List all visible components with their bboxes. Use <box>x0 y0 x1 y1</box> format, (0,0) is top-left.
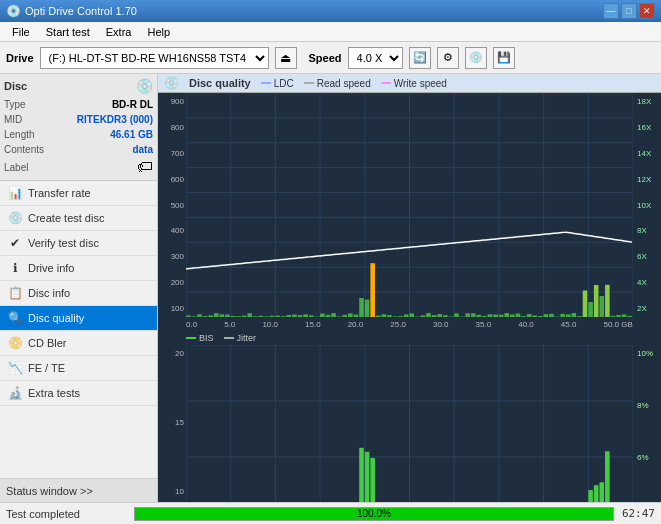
disc-info-icon: 📋 <box>8 286 22 300</box>
settings-button[interactable]: ⚙ <box>437 47 459 69</box>
disc-type-row: Type BD-R DL <box>4 98 153 112</box>
sidebar-item-extra-tests[interactable]: 🔬 Extra tests <box>0 381 157 406</box>
sidebar-item-verify-test-disc[interactable]: ✔ Verify test disc <box>0 231 157 256</box>
legend-jitter: Jitter <box>224 333 257 343</box>
titlebar-controls[interactable]: — □ ✕ <box>603 3 655 19</box>
toolbar: Drive (F:) HL-DT-ST BD-RE WH16NS58 TST4 … <box>0 42 661 74</box>
legend-read-speed: Read speed <box>304 78 371 89</box>
menu-file[interactable]: File <box>4 24 38 40</box>
nav-label-fe-te: FE / TE <box>28 362 65 374</box>
disc-length: 46.61 GB <box>110 128 153 142</box>
bottom-chart-y-left: 20 15 10 5 <box>158 345 186 502</box>
chart-header: 💿 Disc quality LDC Read speed Write spee… <box>158 74 661 93</box>
legend-ldc: LDC <box>261 78 294 89</box>
top-chart-canvas <box>186 93 633 317</box>
progress-bar: 100.0% <box>134 507 614 521</box>
transfer-rate-icon: 📊 <box>8 186 22 200</box>
legend-write-speed: Write speed <box>381 78 447 89</box>
sidebar-item-disc-info[interactable]: 📋 Disc info <box>0 281 157 306</box>
titlebar-left: 💿 Opti Drive Control 1.70 <box>6 4 137 18</box>
eject-button[interactable]: ⏏ <box>275 47 297 69</box>
statusbar: Test completed 100.0% 62:47 <box>0 502 661 524</box>
disc-header: Disc 💿 <box>4 78 153 94</box>
disc-panel: Disc 💿 Type BD-R DL MID RITEKDR3 (000) L… <box>0 74 157 181</box>
bottom-chart-y-right: 10% 8% 6% 4% 2% <box>633 345 661 502</box>
extra-tests-icon: 🔬 <box>8 386 22 400</box>
menu-start-test[interactable]: Start test <box>38 24 98 40</box>
close-button[interactable]: ✕ <box>639 3 655 19</box>
fe-te-icon: 📉 <box>8 361 22 375</box>
nav-label-disc-quality: Disc quality <box>28 312 84 324</box>
sidebar-item-disc-quality[interactable]: 🔍 Disc quality <box>0 306 157 331</box>
sidebar-item-fe-te[interactable]: 📉 FE / TE <box>0 356 157 381</box>
disc-contents-row: Contents data <box>4 143 153 157</box>
sidebar-item-cd-bler[interactable]: 📀 CD Bler <box>0 331 157 356</box>
save-button[interactable]: 💾 <box>493 47 515 69</box>
status-window[interactable]: Status window >> <box>0 478 157 502</box>
refresh-button[interactable]: 🔄 <box>409 47 431 69</box>
disc-mid: RITEKDR3 (000) <box>77 113 153 127</box>
cd-bler-icon: 📀 <box>8 336 22 350</box>
status-window-label: Status window >> <box>6 485 93 497</box>
speed-select[interactable]: 4.0 X <box>348 47 403 69</box>
label-icon[interactable]: 🏷 <box>137 158 153 176</box>
disc-quality-icon: 🔍 <box>8 311 22 325</box>
maximize-button[interactable]: □ <box>621 3 637 19</box>
disc-title: Disc <box>4 80 27 92</box>
sidebar-item-create-test-disc[interactable]: 💿 Create test disc <box>0 206 157 231</box>
status-text: Test completed <box>6 508 126 520</box>
app-icon: 💿 <box>6 4 21 18</box>
speed-label: Speed <box>309 52 342 64</box>
disc-contents: data <box>132 143 153 157</box>
titlebar: 💿 Opti Drive Control 1.70 — □ ✕ <box>0 0 661 22</box>
menubar: File Start test Extra Help <box>0 22 661 42</box>
sidebar-item-drive-info[interactable]: ℹ Drive info <box>0 256 157 281</box>
top-chart-y-left: 900 800 700 600 500 400 300 200 100 <box>158 93 186 317</box>
drive-info-icon: ℹ <box>8 261 22 275</box>
nav-label-drive-info: Drive info <box>28 262 74 274</box>
nav-label-verify-test-disc: Verify test disc <box>28 237 99 249</box>
menu-help[interactable]: Help <box>139 24 178 40</box>
disc-type: BD-R DL <box>112 98 153 112</box>
nav-items: 📊 Transfer rate 💿 Create test disc ✔ Ver… <box>0 181 157 478</box>
nav-label-create-test-disc: Create test disc <box>28 212 104 224</box>
nav-label-cd-bler: CD Bler <box>28 337 67 349</box>
menu-extra[interactable]: Extra <box>98 24 140 40</box>
time-display: 62:47 <box>622 507 655 520</box>
drive-label: Drive <box>6 52 34 64</box>
disc-panel-icon: 💿 <box>136 78 153 94</box>
nav-label-extra-tests: Extra tests <box>28 387 80 399</box>
charts-container: 900 800 700 600 500 400 300 200 100 18X … <box>158 93 661 502</box>
sidebar: Disc 💿 Type BD-R DL MID RITEKDR3 (000) L… <box>0 74 158 502</box>
drive-select[interactable]: (F:) HL-DT-ST BD-RE WH16NS58 TST4 <box>40 47 269 69</box>
sidebar-item-transfer-rate[interactable]: 📊 Transfer rate <box>0 181 157 206</box>
top-chart-area: 900 800 700 600 500 400 300 200 100 18X … <box>158 93 661 317</box>
progress-label: 100.0% <box>357 508 391 519</box>
bottom-chart-area: 20 15 10 5 10% 8% 6% 4% 2% <box>158 345 661 502</box>
nav-label-transfer-rate: Transfer rate <box>28 187 91 199</box>
verify-test-icon: ✔ <box>8 236 22 250</box>
chart-title: Disc quality <box>189 77 251 89</box>
disc-mid-row: MID RITEKDR3 (000) <box>4 113 153 127</box>
minimize-button[interactable]: — <box>603 3 619 19</box>
legend-bis: BIS <box>186 333 214 343</box>
nav-label-disc-info: Disc info <box>28 287 70 299</box>
disc-label-row: Label 🏷 <box>4 158 153 176</box>
content-area: 💿 Disc quality LDC Read speed Write spee… <box>158 74 661 502</box>
top-chart-x-labels: 0.0 5.0 10.0 15.0 20.0 25.0 30.0 35.0 40… <box>158 317 661 331</box>
top-chart-y-right: 18X 16X 14X 12X 10X 8X 6X 4X 2X <box>633 93 661 317</box>
disc-length-row: Length 46.61 GB <box>4 128 153 142</box>
create-test-icon: 💿 <box>8 211 22 225</box>
app-title: Opti Drive Control 1.70 <box>25 5 137 17</box>
main-layout: Disc 💿 Type BD-R DL MID RITEKDR3 (000) L… <box>0 74 661 502</box>
disc-icon-button[interactable]: 💿 <box>465 47 487 69</box>
bottom-chart-header: BIS Jitter <box>158 331 661 345</box>
progress-fill: 100.0% <box>135 508 613 520</box>
bottom-chart-canvas <box>186 345 633 502</box>
